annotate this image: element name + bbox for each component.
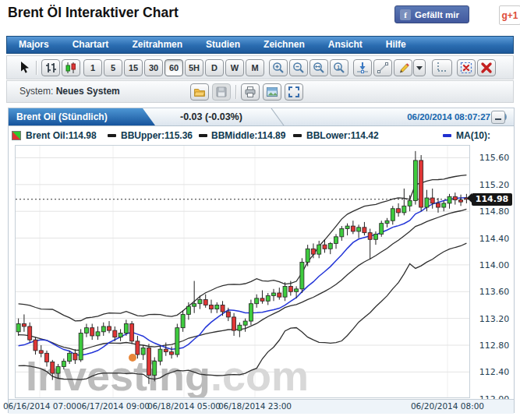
legend-chip-3 bbox=[293, 134, 302, 137]
y-tick-label: 114.80 bbox=[473, 206, 515, 217]
candle bbox=[436, 203, 440, 207]
candle bbox=[101, 326, 105, 332]
candle bbox=[340, 229, 344, 237]
candle bbox=[62, 362, 65, 367]
chart-toolbar: 151530605HDWM 1 bbox=[6, 55, 514, 79]
candle bbox=[430, 198, 434, 203]
save-button[interactable] bbox=[212, 83, 231, 101]
candle bbox=[243, 321, 247, 325]
legend-chip-2 bbox=[199, 134, 207, 137]
timeframe-button-5h[interactable]: 5H bbox=[185, 59, 203, 76]
candlestick-button[interactable] bbox=[62, 59, 80, 76]
timeframe-button-w[interactable]: W bbox=[225, 59, 244, 76]
snapshot-button[interactable] bbox=[263, 83, 281, 101]
svg-text:1: 1 bbox=[337, 64, 340, 71]
plot-area[interactable]: Investing.com bbox=[15, 145, 470, 398]
candle bbox=[73, 353, 77, 360]
add-indicator-button[interactable] bbox=[353, 59, 372, 76]
candle bbox=[186, 306, 190, 314]
x-tick-label: 06/17/2014 09:00 bbox=[76, 401, 150, 411]
x-axis: 06/16/2014 07:0006/17/2014 09:0006/18/20… bbox=[9, 399, 514, 414]
y-tick-label: 112.40 bbox=[473, 367, 515, 377]
candle bbox=[300, 262, 304, 288]
header-divider bbox=[271, 108, 285, 125]
menu-item-zeitrahmen[interactable]: Zeitrahmen bbox=[120, 37, 194, 53]
timeframe-button-5[interactable]: 5 bbox=[104, 59, 122, 76]
candle bbox=[215, 305, 219, 309]
legend-chip-4 bbox=[443, 134, 451, 137]
candle bbox=[147, 348, 150, 375]
menu-item-ansicht[interactable]: Ansicht bbox=[317, 37, 374, 53]
legend-chip-1 bbox=[108, 134, 116, 137]
candle bbox=[34, 340, 37, 351]
candle bbox=[170, 352, 174, 355]
timeframe-button-d[interactable]: D bbox=[205, 59, 224, 76]
legend-minimize-button[interactable] bbox=[491, 111, 505, 124]
candle bbox=[260, 298, 264, 301]
candle bbox=[283, 286, 287, 297]
delete-all-button[interactable] bbox=[477, 59, 496, 76]
menu-item-zeichnen[interactable]: Zeichnen bbox=[252, 37, 317, 53]
candle bbox=[413, 161, 417, 201]
facebook-like-button[interactable]: f Gefällt mir bbox=[394, 5, 469, 23]
candle bbox=[255, 298, 259, 304]
candle bbox=[266, 295, 270, 301]
candle bbox=[311, 249, 315, 254]
candle bbox=[391, 209, 394, 221]
google-plus-one-button[interactable]: g+1 bbox=[499, 5, 520, 25]
y-tick-label: 112.80 bbox=[473, 341, 515, 351]
system-bar: System: Neues System bbox=[6, 80, 514, 103]
pencil-dropdown-button[interactable] bbox=[413, 59, 426, 76]
page: Brent Öl Interaktiver Chart f Gefällt mi… bbox=[0, 0, 520, 420]
candle bbox=[84, 328, 88, 334]
candle bbox=[249, 304, 253, 321]
fullscreen-button[interactable] bbox=[285, 83, 303, 101]
zoom-in-button[interactable] bbox=[269, 59, 288, 76]
crosshair-tool-button[interactable] bbox=[432, 59, 452, 76]
ohlc-bars-button[interactable] bbox=[41, 59, 60, 76]
chart-header: Brent Oil (Stündlich) -0.03 (-0.03%) 06/… bbox=[9, 108, 514, 126]
menu-item-chartart[interactable]: Chartart bbox=[61, 37, 121, 53]
menu-item-majors[interactable]: Majors bbox=[7, 37, 61, 53]
y-tick-label: 113.20 bbox=[473, 314, 515, 324]
candle bbox=[368, 233, 372, 240]
candle bbox=[39, 351, 43, 353]
zoom-fit-button[interactable] bbox=[310, 59, 328, 76]
legend-label-1: BBUpper:115.36 bbox=[121, 130, 193, 141]
zoom-100-button[interactable]: 1 bbox=[330, 59, 348, 76]
zoom-out-button[interactable] bbox=[289, 59, 308, 76]
delete-drawing-button[interactable] bbox=[457, 59, 476, 76]
candle bbox=[306, 249, 310, 262]
menu-item-hilfe[interactable]: Hilfe bbox=[374, 37, 418, 53]
timeframe-button-1[interactable]: 1 bbox=[83, 59, 102, 76]
menu-item-studien[interactable]: Studien bbox=[194, 37, 252, 53]
candle bbox=[385, 221, 389, 223]
candle bbox=[351, 226, 355, 231]
x-tick-label: 06/16/2014 07:00 bbox=[3, 401, 76, 411]
candle bbox=[193, 304, 196, 306]
candle bbox=[408, 200, 412, 206]
open-folder-button[interactable] bbox=[190, 83, 209, 101]
pencil-tool-button[interactable] bbox=[394, 59, 412, 76]
timeframe-button-m[interactable]: M bbox=[246, 59, 264, 76]
timeframe-button-60[interactable]: 60 bbox=[164, 59, 183, 76]
candle bbox=[141, 348, 145, 355]
candle bbox=[198, 300, 202, 304]
timeframe-button-15[interactable]: 15 bbox=[124, 59, 143, 76]
candle bbox=[334, 237, 338, 244]
candle bbox=[221, 305, 225, 312]
cursor-icon[interactable] bbox=[18, 60, 32, 78]
chart-tab[interactable]: Brent Oil (Stündlich) bbox=[9, 108, 155, 125]
candle bbox=[175, 328, 179, 355]
candle bbox=[181, 314, 185, 327]
candle bbox=[447, 196, 451, 203]
candle bbox=[45, 353, 49, 362]
timeframe-button-30[interactable]: 30 bbox=[144, 59, 163, 76]
candle bbox=[295, 289, 299, 291]
line-tool-button[interactable] bbox=[373, 59, 392, 76]
candle bbox=[419, 161, 423, 207]
candle bbox=[380, 224, 384, 235]
print-button[interactable] bbox=[241, 83, 260, 101]
candle bbox=[124, 324, 128, 334]
system-label: System: Neues System bbox=[19, 81, 120, 102]
